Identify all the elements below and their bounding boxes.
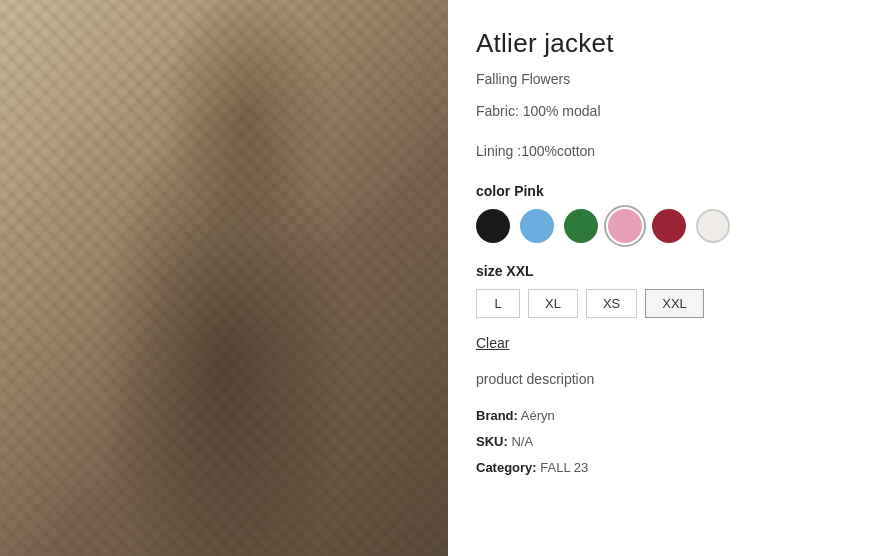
product-lining: Lining :100%cotton <box>476 143 852 159</box>
color-section: color Pink <box>476 183 852 243</box>
sku-label: SKU: <box>476 434 508 449</box>
product-meta: Brand: Aéryn SKU: N/A Category: FALL 23 <box>476 403 852 481</box>
size-section: size XXL L XL XS XXL <box>476 263 852 318</box>
color-swatch-red[interactable] <box>652 209 686 243</box>
size-label: size XXL <box>476 263 852 279</box>
selected-color-value: Pink <box>514 183 544 199</box>
product-fabric: Fabric: 100% modal <box>476 103 852 119</box>
color-swatch-green[interactable] <box>564 209 598 243</box>
product-image-panel <box>0 0 448 556</box>
size-btn-xl[interactable]: XL <box>528 289 578 318</box>
color-swatch-black[interactable] <box>476 209 510 243</box>
lace-overlay <box>0 0 448 556</box>
color-swatches <box>476 209 852 243</box>
product-subtitle: Falling Flowers <box>476 71 852 87</box>
sku-row: SKU: N/A <box>476 429 852 455</box>
product-details-panel: Atlier jacket Falling Flowers Fabric: 10… <box>448 0 892 556</box>
size-btn-xxl[interactable]: XXL <box>645 289 704 318</box>
color-label: color Pink <box>476 183 852 199</box>
brand-value: Aéryn <box>521 408 555 423</box>
selected-size-value: XXL <box>506 263 533 279</box>
color-swatch-pink[interactable] <box>608 209 642 243</box>
category-label: Category: <box>476 460 537 475</box>
size-buttons: L XL XS XXL <box>476 289 852 318</box>
size-btn-xs[interactable]: XS <box>586 289 637 318</box>
sku-value: N/A <box>511 434 533 449</box>
product-image-bg <box>0 0 448 556</box>
category-row: Category: FALL 23 <box>476 455 852 481</box>
brand-row: Brand: Aéryn <box>476 403 852 429</box>
product-title: Atlier jacket <box>476 28 852 59</box>
product-description-heading: product description <box>476 371 852 387</box>
brand-label: Brand: <box>476 408 518 423</box>
color-swatch-blue[interactable] <box>520 209 554 243</box>
category-value: FALL 23 <box>540 460 588 475</box>
color-swatch-white[interactable] <box>696 209 730 243</box>
size-btn-l[interactable]: L <box>476 289 520 318</box>
clear-link[interactable]: Clear <box>476 335 509 351</box>
